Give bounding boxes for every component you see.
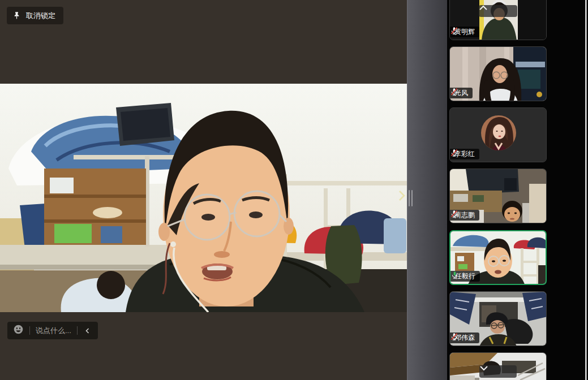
participant-name-tag: 蔺志鹏 — [450, 210, 479, 221]
participant-tile[interactable]: 光风 — [449, 46, 547, 101]
participant-name-tag: 李彩红 — [450, 149, 479, 159]
main-stage: 取消锁定 说点什么... — [0, 0, 407, 380]
participant-tile[interactable] — [449, 352, 547, 380]
chat-divider — [29, 326, 30, 335]
participant-name-tag: 邓伟森 — [450, 332, 479, 343]
splitter-grip-line[interactable] — [411, 190, 413, 206]
video-conference-window: 取消锁定 说点什么... — [0, 0, 588, 380]
window-scrollbar[interactable] — [585, 0, 587, 380]
scroll-down-button[interactable] — [479, 365, 517, 378]
chat-quick-bar: 说点什么... — [7, 322, 98, 339]
participant-tile[interactable]: 邓伟森 — [449, 291, 547, 346]
chat-divider — [77, 326, 78, 335]
participant-name-tag: 任毅行 — [450, 271, 480, 282]
smiley-icon[interactable] — [13, 324, 24, 337]
scroll-up-button[interactable] — [479, 5, 517, 17]
participant-name-tag: 光风 — [450, 88, 473, 98]
chevron-left-icon[interactable] — [83, 327, 92, 334]
main-speaker-video[interactable] — [0, 84, 407, 312]
participant-tile[interactable]: 黄明辉 — [449, 0, 547, 40]
participants-sidebar: 黄明辉 — [447, 0, 588, 380]
pushpin-icon — [12, 11, 21, 20]
splitter-grip-line[interactable] — [409, 190, 410, 206]
cancel-lock-label: 取消锁定 — [26, 11, 55, 21]
chat-input-placeholder[interactable]: 说点什么... — [36, 326, 71, 336]
chevron-right-icon[interactable] — [397, 189, 406, 204]
participant-tile[interactable]: 李彩红 — [449, 107, 547, 162]
participant-name-tag: 黄明辉 — [450, 27, 479, 37]
participant-tile-active-speaker[interactable]: 任毅行 — [449, 230, 547, 285]
panel-splitter[interactable] — [407, 0, 447, 380]
cancel-lock-button[interactable]: 取消锁定 — [7, 7, 63, 24]
participant-tile[interactable]: 蔺志鹏 — [449, 169, 547, 223]
